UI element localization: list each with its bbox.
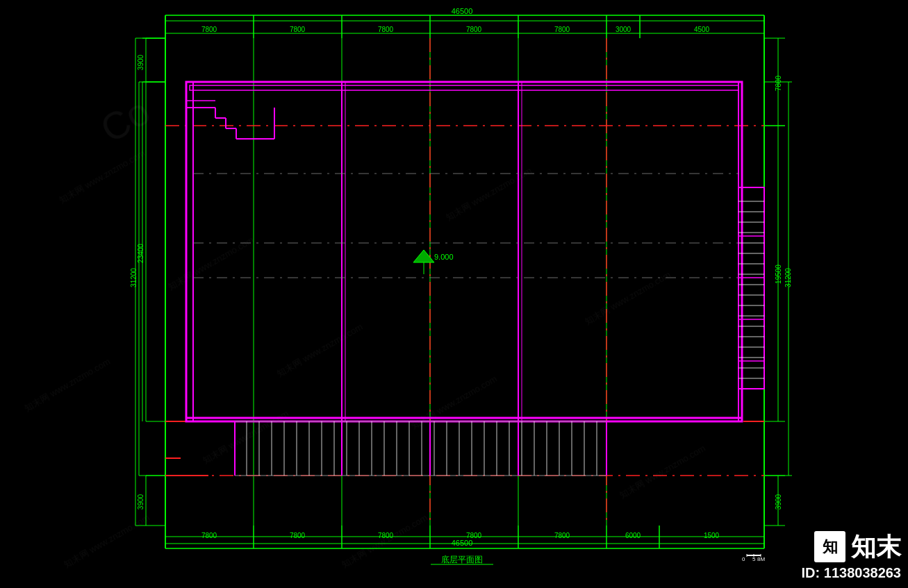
floor-plan-title: 底层平面图 — [441, 555, 483, 564]
top-dim-2: 7800 — [290, 26, 306, 33]
left-dim-3: 31200 — [130, 268, 138, 287]
top-dim-7: 4500 — [694, 26, 710, 33]
branding-area: 知 知末 ID: 1138038263 — [802, 531, 901, 581]
right-dim-4: 3900 — [775, 494, 782, 510]
top-total-dim: 46500 — [452, 7, 473, 15]
right-dim-2: 19500 — [775, 264, 782, 284]
top-dim-4: 7800 — [466, 26, 482, 33]
id-text: ID: 1138038263 — [802, 565, 901, 581]
logo-icon: 知 — [823, 537, 838, 557]
logo-text: 知末 — [851, 535, 901, 560]
top-dim-1: 7800 — [201, 26, 217, 33]
bot-dim-1: 7800 — [201, 532, 217, 539]
svg-text:8M: 8M — [757, 556, 765, 562]
svg-text:0: 0 — [742, 556, 745, 562]
svg-text:5: 5 — [752, 556, 756, 562]
bot-total-dim: 46500 — [452, 539, 473, 547]
right-dim-1: 7800 — [775, 75, 782, 91]
left-dim-1: 3900 — [137, 54, 145, 70]
elevation-label: 9.000 — [434, 253, 454, 261]
drawing-canvas: 46500 7800 7800 7800 7800 7800 3000 4500… — [0, 0, 908, 588]
bot-dim-7: 1500 — [704, 532, 720, 539]
right-dim-3: 31200 — [784, 268, 792, 287]
bot-dim-6: 6000 — [625, 532, 641, 539]
top-dim-5: 7800 — [554, 26, 570, 33]
left-dim-2: 23400 — [137, 244, 145, 263]
left-dim-4: 3900 — [137, 494, 145, 510]
bot-dim-5: 7800 — [554, 532, 570, 539]
bot-dim-2: 7800 — [290, 532, 306, 539]
top-dim-3: 7800 — [378, 26, 394, 33]
top-dim-6: 3000 — [616, 26, 632, 33]
